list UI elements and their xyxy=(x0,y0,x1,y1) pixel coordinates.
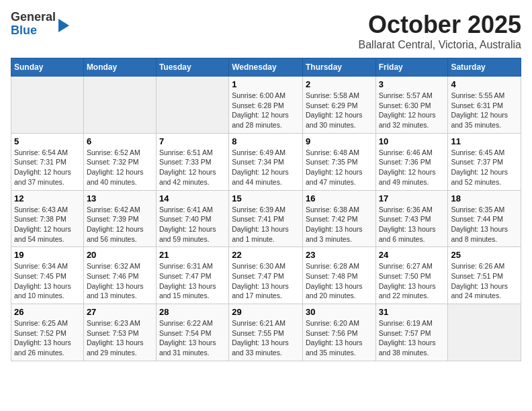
day-content: Sunrise: 6:34 AMSunset: 7:45 PMDaylight:… xyxy=(14,261,81,301)
day-number: 30 xyxy=(306,307,373,317)
calendar-cell: 5Sunrise: 6:54 AMSunset: 7:31 PMDaylight… xyxy=(11,133,84,190)
calendar-cell: 4Sunrise: 5:55 AMSunset: 6:31 PMDaylight… xyxy=(448,77,521,134)
calendar-cell: 14Sunrise: 6:41 AMSunset: 7:40 PMDayligh… xyxy=(156,190,228,247)
calendar-header: SundayMondayTuesdayWednesdayThursdayFrid… xyxy=(11,58,521,77)
calendar-cell xyxy=(11,77,84,134)
week-row-2: 5Sunrise: 6:54 AMSunset: 7:31 PMDaylight… xyxy=(11,133,521,190)
day-number: 15 xyxy=(232,193,300,203)
calendar-cell: 10Sunrise: 6:46 AMSunset: 7:36 PMDayligh… xyxy=(375,133,448,190)
calendar-cell xyxy=(156,77,228,134)
calendar-cell: 1Sunrise: 6:00 AMSunset: 6:28 PMDaylight… xyxy=(229,77,303,134)
day-content: Sunrise: 6:54 AMSunset: 7:31 PMDaylight:… xyxy=(14,148,81,187)
calendar-cell: 23Sunrise: 6:28 AMSunset: 7:48 PMDayligh… xyxy=(302,247,375,304)
day-number: 22 xyxy=(232,250,300,260)
day-content: Sunrise: 6:38 AMSunset: 7:42 PMDaylight:… xyxy=(306,205,373,244)
day-content: Sunrise: 6:45 AMSunset: 7:37 PMDaylight:… xyxy=(451,148,518,187)
calendar-cell: 11Sunrise: 6:45 AMSunset: 7:37 PMDayligh… xyxy=(448,133,521,190)
day-content: Sunrise: 6:26 AMSunset: 7:51 PMDaylight:… xyxy=(451,261,518,301)
calendar-cell: 15Sunrise: 6:39 AMSunset: 7:41 PMDayligh… xyxy=(229,190,303,247)
header-day-wednesday: Wednesday xyxy=(229,58,303,77)
logo-text: General Blue xyxy=(11,11,56,38)
day-content: Sunrise: 6:00 AMSunset: 6:28 PMDaylight:… xyxy=(232,91,300,130)
week-row-3: 12Sunrise: 6:43 AMSunset: 7:38 PMDayligh… xyxy=(11,190,521,247)
calendar-cell: 7Sunrise: 6:51 AMSunset: 7:33 PMDaylight… xyxy=(156,133,228,190)
day-number: 14 xyxy=(159,193,226,203)
day-number: 26 xyxy=(14,307,81,317)
day-number: 6 xyxy=(87,136,153,146)
calendar-cell: 19Sunrise: 6:34 AMSunset: 7:45 PMDayligh… xyxy=(11,247,84,304)
calendar-title: October 2025 xyxy=(359,11,521,39)
calendar-cell: 9Sunrise: 6:48 AMSunset: 7:35 PMDaylight… xyxy=(302,133,375,190)
day-number: 1 xyxy=(232,79,300,89)
day-content: Sunrise: 6:48 AMSunset: 7:35 PMDaylight:… xyxy=(306,148,373,187)
calendar-cell: 21Sunrise: 6:31 AMSunset: 7:47 PMDayligh… xyxy=(156,247,228,304)
calendar-subtitle: Ballarat Central, Victoria, Australia xyxy=(359,39,521,51)
day-number: 13 xyxy=(87,193,153,203)
calendar-cell: 2Sunrise: 5:58 AMSunset: 6:29 PMDaylight… xyxy=(302,77,375,134)
week-row-5: 26Sunrise: 6:25 AMSunset: 7:52 PMDayligh… xyxy=(11,304,521,361)
day-content: Sunrise: 6:51 AMSunset: 7:33 PMDaylight:… xyxy=(159,148,226,187)
header-day-thursday: Thursday xyxy=(302,58,375,77)
calendar-cell: 22Sunrise: 6:30 AMSunset: 7:47 PMDayligh… xyxy=(229,247,303,304)
calendar-cell: 18Sunrise: 6:35 AMSunset: 7:44 PMDayligh… xyxy=(448,190,521,247)
day-number: 19 xyxy=(14,250,81,260)
day-content: Sunrise: 6:52 AMSunset: 7:32 PMDaylight:… xyxy=(87,148,153,187)
day-number: 21 xyxy=(159,250,226,260)
day-content: Sunrise: 6:42 AMSunset: 7:39 PMDaylight:… xyxy=(87,205,153,244)
day-number: 17 xyxy=(379,193,445,203)
calendar-cell: 26Sunrise: 6:25 AMSunset: 7:52 PMDayligh… xyxy=(11,304,84,361)
header-day-sunday: Sunday xyxy=(11,58,84,77)
day-content: Sunrise: 6:23 AMSunset: 7:53 PMDaylight:… xyxy=(87,318,153,358)
calendar-cell: 3Sunrise: 5:57 AMSunset: 6:30 PMDaylight… xyxy=(375,77,448,134)
calendar-cell: 13Sunrise: 6:42 AMSunset: 7:39 PMDayligh… xyxy=(83,190,156,247)
day-content: Sunrise: 5:58 AMSunset: 6:29 PMDaylight:… xyxy=(306,91,373,130)
day-content: Sunrise: 6:22 AMSunset: 7:54 PMDaylight:… xyxy=(159,318,226,358)
day-content: Sunrise: 6:31 AMSunset: 7:47 PMDaylight:… xyxy=(159,261,226,301)
day-content: Sunrise: 6:27 AMSunset: 7:50 PMDaylight:… xyxy=(379,261,445,301)
header-day-tuesday: Tuesday xyxy=(156,58,228,77)
day-number: 24 xyxy=(379,250,445,260)
day-number: 18 xyxy=(451,193,518,203)
day-content: Sunrise: 6:20 AMSunset: 7:56 PMDaylight:… xyxy=(306,318,373,358)
day-number: 11 xyxy=(451,136,518,146)
calendar-cell: 17Sunrise: 6:36 AMSunset: 7:43 PMDayligh… xyxy=(375,190,448,247)
page-header: General Blue October 2025 Ballarat Centr… xyxy=(11,11,521,51)
header-day-monday: Monday xyxy=(83,58,156,77)
day-content: Sunrise: 6:28 AMSunset: 7:48 PMDaylight:… xyxy=(306,261,373,301)
day-content: Sunrise: 6:19 AMSunset: 7:57 PMDaylight:… xyxy=(379,318,445,358)
calendar-cell xyxy=(448,304,521,361)
day-number: 4 xyxy=(451,79,518,89)
day-content: Sunrise: 6:25 AMSunset: 7:52 PMDaylight:… xyxy=(14,318,81,358)
logo-blue: Blue xyxy=(11,24,56,38)
day-content: Sunrise: 5:57 AMSunset: 6:30 PMDaylight:… xyxy=(379,91,445,130)
day-number: 12 xyxy=(14,193,81,203)
day-number: 27 xyxy=(87,307,153,317)
day-number: 31 xyxy=(379,307,445,317)
logo-arrow-icon xyxy=(58,19,69,32)
day-content: Sunrise: 6:35 AMSunset: 7:44 PMDaylight:… xyxy=(451,205,518,244)
day-number: 29 xyxy=(232,307,300,317)
day-content: Sunrise: 6:41 AMSunset: 7:40 PMDaylight:… xyxy=(159,205,226,244)
calendar-cell: 29Sunrise: 6:21 AMSunset: 7:55 PMDayligh… xyxy=(229,304,303,361)
day-number: 23 xyxy=(306,250,373,260)
calendar-cell: 16Sunrise: 6:38 AMSunset: 7:42 PMDayligh… xyxy=(302,190,375,247)
day-number: 5 xyxy=(14,136,81,146)
header-row: SundayMondayTuesdayWednesdayThursdayFrid… xyxy=(11,58,521,77)
calendar-cell: 8Sunrise: 6:49 AMSunset: 7:34 PMDaylight… xyxy=(229,133,303,190)
calendar-cell xyxy=(83,77,156,134)
calendar-cell: 31Sunrise: 6:19 AMSunset: 7:57 PMDayligh… xyxy=(375,304,448,361)
calendar-cell: 6Sunrise: 6:52 AMSunset: 7:32 PMDaylight… xyxy=(83,133,156,190)
day-content: Sunrise: 6:32 AMSunset: 7:46 PMDaylight:… xyxy=(87,261,153,301)
day-number: 3 xyxy=(379,79,445,89)
day-number: 10 xyxy=(379,136,445,146)
calendar-cell: 27Sunrise: 6:23 AMSunset: 7:53 PMDayligh… xyxy=(83,304,156,361)
day-content: Sunrise: 6:30 AMSunset: 7:47 PMDaylight:… xyxy=(232,261,300,301)
logo: General Blue xyxy=(11,11,69,38)
calendar-cell: 20Sunrise: 6:32 AMSunset: 7:46 PMDayligh… xyxy=(83,247,156,304)
day-number: 9 xyxy=(306,136,373,146)
day-number: 2 xyxy=(306,79,373,89)
calendar-cell: 28Sunrise: 6:22 AMSunset: 7:54 PMDayligh… xyxy=(156,304,228,361)
day-content: Sunrise: 6:36 AMSunset: 7:43 PMDaylight:… xyxy=(379,205,445,244)
day-number: 7 xyxy=(159,136,226,146)
header-day-friday: Friday xyxy=(375,58,448,77)
